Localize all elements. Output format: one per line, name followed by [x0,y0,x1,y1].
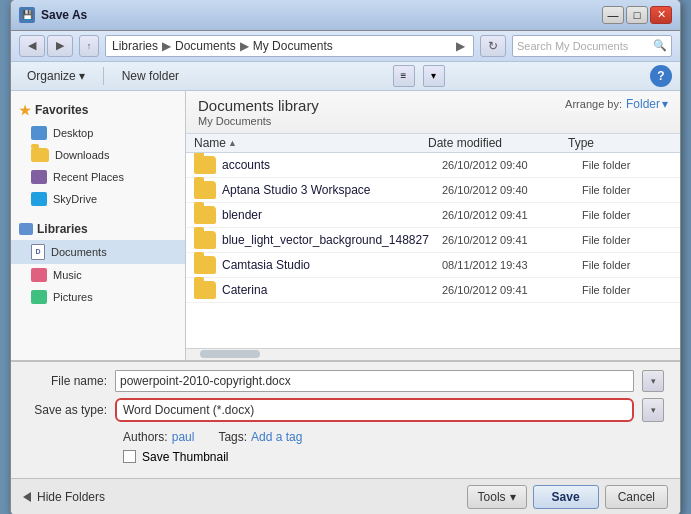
library-subtitle: My Documents [198,115,319,127]
view-button[interactable]: ≡ [393,65,415,87]
thumbnail-label: Save Thumbnail [142,450,229,464]
authors-label: Authors: [123,430,168,444]
file-date: 26/10/2012 09:41 [442,209,582,221]
file-name-input[interactable] [115,370,634,392]
bottom-buttons: Hide Folders Tools ▾ Save Cancel [11,478,680,515]
sidebar: ★ Favorites Desktop Downloads Recent Pla… [11,91,186,360]
col-name-header[interactable]: Name ▲ [194,136,428,150]
folder-icon [194,206,216,224]
search-icon[interactable]: 🔍 [653,39,667,52]
libraries-label: Libraries [37,222,88,236]
table-row[interactable]: Camtasia Studio 08/11/2012 19:43 File fo… [186,253,680,278]
file-date: 26/10/2012 09:40 [442,159,582,171]
filename-dropdown-button[interactable]: ▾ [642,370,664,392]
minimize-button[interactable]: — [602,6,624,24]
new-folder-button[interactable]: New folder [114,65,187,87]
file-date: 26/10/2012 09:41 [442,284,582,296]
up-button[interactable]: ↑ [79,35,99,57]
col-type-header[interactable]: Type [568,136,658,150]
file-type: File folder [582,259,672,271]
close-button[interactable]: ✕ [650,6,672,24]
save-button[interactable]: Save [533,485,599,509]
breadcrumb-mydocuments[interactable]: My Documents [253,39,333,53]
star-icon: ★ [19,103,31,118]
refresh-button[interactable]: ↻ [480,35,506,57]
breadcrumb-sep-3: ▶ [456,39,465,53]
thumbnail-checkbox[interactable] [123,450,136,463]
maximize-button[interactable]: □ [626,6,648,24]
forward-button[interactable]: ▶ [47,35,73,57]
file-type: File folder [582,234,672,246]
titlebar-controls: — □ ✕ [602,6,672,24]
authors-item: Authors: paul [123,430,194,444]
downloads-label: Downloads [55,149,109,161]
meta-row: Authors: paul Tags: Add a tag [27,430,664,444]
nav-arrows: ◀ ▶ [19,35,73,57]
hide-folders-button[interactable]: Hide Folders [23,490,105,504]
sidebar-item-desktop[interactable]: Desktop [11,122,185,144]
cancel-label: Cancel [618,490,655,504]
arrange-button[interactable]: Folder ▾ [626,97,668,111]
file-list: accounts 26/10/2012 09:40 File folder Ap… [186,153,680,348]
search-placeholder: Search My Documents [517,40,649,52]
favorites-header: ★ Favorites [11,99,185,122]
file-date: 08/11/2012 19:43 [442,259,582,271]
organize-button[interactable]: Organize ▾ [19,65,93,87]
arrange-value: Folder [626,97,660,111]
horizontal-scrollbar[interactable] [186,348,680,360]
help-button[interactable]: ? [650,65,672,87]
file-date: 26/10/2012 09:41 [442,234,582,246]
sidebar-item-skydrive[interactable]: SkyDrive [11,188,185,210]
col-date-header[interactable]: Date modified [428,136,568,150]
file-name-label: File name: [27,374,107,388]
horiz-scroll-thumb[interactable] [200,350,260,358]
thumbnail-row: Save Thumbnail [27,450,664,464]
table-row[interactable]: blue_light_vector_background_148827 26/1… [186,228,680,253]
tools-button[interactable]: Tools ▾ [467,485,527,509]
documents-label: Documents [51,246,107,258]
file-type-row: Save as type: Word Document (*.docx) ▾ [27,398,664,422]
organize-label: Organize [27,69,76,83]
cancel-button[interactable]: Cancel [605,485,668,509]
navigation-bar: ◀ ▶ ↑ Libraries ▶ Documents ▶ My Documen… [11,31,680,62]
folder-icon [194,156,216,174]
pictures-icon [31,290,47,304]
breadcrumb-libraries[interactable]: Libraries [112,39,158,53]
folder-icon [194,281,216,299]
window-icon: 💾 [19,7,35,23]
breadcrumb: Libraries ▶ Documents ▶ My Documents ▶ [105,35,474,57]
sidebar-item-documents[interactable]: D Documents [11,240,185,264]
save-type-dropdown-button[interactable]: ▾ [642,398,664,422]
table-row[interactable]: Aptana Studio 3 Workspace 26/10/2012 09:… [186,178,680,203]
save-type-select[interactable]: Word Document (*.docx) [115,398,634,422]
libraries-icon [19,223,33,235]
sidebar-item-recent[interactable]: Recent Places [11,166,185,188]
hide-folders-label: Hide Folders [37,490,105,504]
sidebar-item-music[interactable]: Music [11,264,185,286]
hide-folders-icon [23,492,31,502]
table-row[interactable]: blender 26/10/2012 09:41 File folder [186,203,680,228]
table-row[interactable]: accounts 26/10/2012 09:40 File folder [186,153,680,178]
file-name: Camtasia Studio [222,258,442,272]
toolbar-separator [103,67,104,85]
favorites-label: Favorites [35,103,88,117]
file-type: File folder [582,159,672,171]
back-button[interactable]: ◀ [19,35,45,57]
col-sort-icon: ▲ [228,138,237,148]
authors-value[interactable]: paul [172,430,195,444]
view-dropdown-button[interactable]: ▾ [423,65,445,87]
folder-icon [194,231,216,249]
organize-dropdown-icon: ▾ [79,69,85,83]
library-title: Documents library [198,97,319,114]
file-name-row: File name: ▾ [27,370,664,392]
documents-icon: D [31,244,45,260]
sidebar-item-pictures[interactable]: Pictures [11,286,185,308]
music-icon [31,268,47,282]
breadcrumb-documents[interactable]: Documents [175,39,236,53]
tags-value[interactable]: Add a tag [251,430,302,444]
save-label: Save [552,490,580,504]
window-title: Save As [41,8,87,22]
sidebar-item-downloads[interactable]: Downloads [11,144,185,166]
search-box: Search My Documents 🔍 [512,35,672,57]
table-row[interactable]: Caterina 26/10/2012 09:41 File folder [186,278,680,303]
